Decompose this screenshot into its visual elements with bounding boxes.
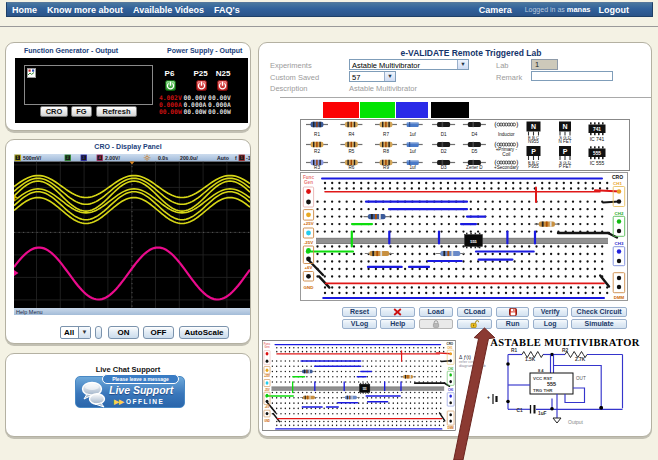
- header-divider: [0, 26, 658, 27]
- svg-text:R1: R1: [314, 132, 320, 137]
- leave-message-pill: Please leave a message: [102, 374, 179, 384]
- lab-input[interactable]: 1: [531, 59, 558, 70]
- run-button[interactable]: Run: [496, 319, 530, 329]
- n25-power-button[interactable]: [217, 80, 228, 91]
- svg-text:N955: N955: [528, 139, 539, 144]
- live-support-badge[interactable]: Please leave a message Live Support ▶▶OF…: [75, 376, 185, 408]
- svg-text:+6V: +6V: [305, 265, 313, 270]
- p25-power-button[interactable]: [196, 80, 207, 91]
- current-readout: 0.000A0.000A0.000A: [158, 101, 248, 108]
- verify-button[interactable]: Verify: [533, 307, 568, 317]
- svg-text:C1: C1: [517, 408, 523, 413]
- experiments-select[interactable]: Astable Multivibrator▼: [349, 59, 469, 70]
- svg-text:1uf: 1uf: [410, 132, 417, 137]
- log-button[interactable]: Log: [533, 319, 568, 329]
- nav-item-camera[interactable]: Camera: [479, 5, 512, 15]
- svg-text:8 4: 8 4: [538, 368, 544, 373]
- wire-color-blue[interactable]: [396, 102, 428, 118]
- voltage-readout: 4.002V00.00V00.00V: [158, 94, 248, 101]
- svg-text:555: 555: [547, 381, 556, 387]
- off-button[interactable]: OFF: [143, 326, 174, 339]
- chevron-down-icon[interactable]: ▼: [78, 327, 90, 338]
- component-palette[interactable]: R1R2R3R4R5R6R7R8R91uf1uf1ufD1D2D3D4D5Zen…: [300, 119, 630, 171]
- cro-controls: All▼ ON OFF AutoScale: [6, 326, 250, 342]
- svg-text:R4: R4: [348, 132, 354, 137]
- breadboard-thumbnail: 555FuncGen+25V-25V+6VGNDCROCH1CH2CH3DMM: [262, 340, 456, 431]
- svg-text:R7: R7: [383, 132, 389, 137]
- nav-item-home[interactable]: Home: [12, 5, 37, 15]
- breadboard[interactable]: 555FuncGen+25V-25V+6VGNDCROCH1CH2CH3DMM: [300, 172, 628, 301]
- svg-text:D4: D4: [471, 132, 477, 137]
- on-button[interactable]: ON: [108, 326, 139, 339]
- svg-text:CH3: CH3: [615, 241, 624, 246]
- circuit-diagram: 8 4VCC RST555TRG THROUT+R11.5KR22.7KC11u…: [484, 337, 644, 429]
- svg-text:R2: R2: [562, 348, 568, 353]
- svg-text:555: 555: [363, 386, 367, 390]
- svg-text:GND: GND: [304, 285, 314, 290]
- nav-item-available-videos[interactable]: Available Videos: [133, 5, 204, 15]
- cload-button[interactable]: CLoad: [457, 307, 493, 317]
- svg-text:Zener D: Zener D: [466, 165, 483, 170]
- experiments-label: Experiments: [270, 61, 312, 70]
- wire-color-red[interactable]: [323, 102, 359, 118]
- nav-item-know-more[interactable]: Know more about: [47, 5, 123, 15]
- svg-text:+6V: +6V: [265, 405, 270, 409]
- reset-button[interactable]: Reset: [342, 307, 377, 317]
- nav-item-logout[interactable]: Logout: [599, 5, 630, 15]
- svg-text:741: 741: [593, 127, 601, 132]
- svg-text:Coil: Coil: [502, 152, 510, 157]
- svg-text:D3: D3: [441, 165, 447, 170]
- n25-label: N25: [208, 69, 238, 78]
- delete-button[interactable]: [380, 307, 415, 317]
- offline-status: ▶▶OFFLINE: [114, 398, 164, 406]
- p6-power-button[interactable]: [165, 80, 176, 91]
- svg-text:IC 741: IC 741: [590, 136, 605, 142]
- cro-button[interactable]: CRO: [40, 106, 68, 117]
- channel-select[interactable]: All▼: [60, 326, 91, 339]
- svg-text:+25V: +25V: [264, 374, 270, 378]
- check-circuit-button[interactable]: Check Circuit: [571, 307, 628, 317]
- simulate-button[interactable]: Simulate: [571, 319, 628, 329]
- svg-text:CH1: CH1: [613, 181, 622, 186]
- power-readout: 00.00W00.00W00.00W: [158, 108, 248, 115]
- remark-input[interactable]: [531, 71, 613, 81]
- svg-text:Inductor: Inductor: [498, 132, 515, 137]
- svg-text:R1: R1: [511, 348, 517, 353]
- svg-text:R9: R9: [383, 165, 389, 170]
- wire-color-black[interactable]: [431, 102, 469, 118]
- svg-text:CH2: CH2: [615, 211, 624, 216]
- svg-text:R6: R6: [348, 165, 354, 170]
- vlog-button[interactable]: VLog: [342, 319, 377, 329]
- svg-text:CRO: CRO: [612, 174, 623, 180]
- double-arrow-icon: ▶▶: [114, 398, 124, 405]
- delete-cross-icon: [393, 308, 402, 316]
- autoscale-button[interactable]: AutoScale: [179, 326, 229, 339]
- svg-text:Help Menu: Help Menu: [16, 309, 43, 315]
- lock-closed-icon: [432, 320, 440, 328]
- fg-button[interactable]: FG: [71, 106, 92, 117]
- save-button[interactable]: [496, 307, 530, 317]
- nav-item-faqs[interactable]: FAQ's: [214, 5, 240, 15]
- live-chat-title: Live Chat Support: [6, 365, 250, 374]
- nav-right: Camera Logged in as manas Logout: [479, 5, 652, 15]
- svg-text:555: 555: [593, 151, 601, 156]
- svg-text:2.7K: 2.7K: [575, 357, 586, 362]
- oscilloscope-display: 1234500mV/2.00V/0.0s200.0u/Autof1-151mV1…: [14, 154, 250, 315]
- svg-text:+Primary -: +Primary -: [496, 147, 518, 152]
- wire-color-green[interactable]: [360, 102, 395, 118]
- live-support-label: Live Support: [109, 384, 173, 396]
- description-value: Astable Multivibrator: [349, 84, 417, 93]
- svg-text:D1: D1: [441, 132, 447, 137]
- svg-text:-25V: -25V: [264, 387, 270, 391]
- spacer-button[interactable]: [95, 326, 102, 339]
- svg-text:1uf: 1uf: [410, 165, 417, 170]
- svg-text:D5: D5: [471, 149, 477, 154]
- svg-text:R5: R5: [348, 149, 354, 154]
- help-button[interactable]: Help: [380, 319, 415, 329]
- chevron-down-icon: ▼: [384, 72, 395, 81]
- load-button[interactable]: Load: [419, 307, 454, 317]
- svg-text:P955: P955: [528, 164, 539, 169]
- custom-saved-select[interactable]: 57▼: [349, 71, 396, 82]
- svg-text:Auto: Auto: [217, 155, 229, 161]
- refresh-button[interactable]: Refresh: [96, 106, 137, 117]
